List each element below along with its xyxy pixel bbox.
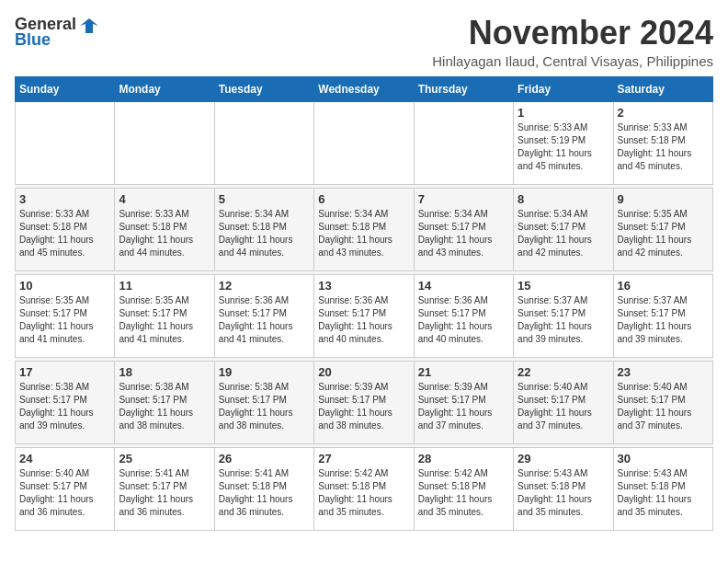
day-number: 13: [318, 279, 409, 293]
day-number: 24: [19, 452, 110, 465]
day-info: Sunrise: 5:40 AM Sunset: 5:17 PM Dayligh…: [618, 381, 709, 432]
calendar-cell: 7Sunrise: 5:34 AM Sunset: 5:17 PM Daylig…: [414, 188, 513, 270]
day-number: 7: [418, 192, 509, 206]
day-info: Sunrise: 5:36 AM Sunset: 5:17 PM Dayligh…: [418, 294, 509, 346]
calendar-cell: 10Sunrise: 5:35 AM Sunset: 5:17 PM Dayli…: [16, 274, 115, 357]
calendar-cell: 24Sunrise: 5:40 AM Sunset: 5:17 PM Dayli…: [16, 447, 115, 530]
day-number: 2: [618, 106, 709, 120]
day-info: Sunrise: 5:34 AM Sunset: 5:18 PM Dayligh…: [318, 208, 409, 259]
calendar-cell: [314, 101, 414, 184]
day-info: Sunrise: 5:43 AM Sunset: 5:18 PM Dayligh…: [518, 467, 609, 519]
month-title: November 2024: [432, 15, 713, 52]
calendar-cell: [16, 101, 115, 184]
day-info: Sunrise: 5:33 AM Sunset: 5:18 PM Dayligh…: [119, 208, 210, 259]
day-info: Sunrise: 5:38 AM Sunset: 5:17 PM Dayligh…: [19, 381, 110, 432]
calendar-cell: 6Sunrise: 5:34 AM Sunset: 5:18 PM Daylig…: [314, 188, 414, 270]
calendar-cell: [115, 101, 214, 184]
page-header: General Blue November 2024 Hinlayagan Il…: [15, 15, 713, 69]
calendar-cell: 8Sunrise: 5:34 AM Sunset: 5:17 PM Daylig…: [514, 188, 613, 270]
day-number: 21: [418, 365, 509, 379]
weekday-header-row: SundayMondayTuesdayWednesdayThursdayFrid…: [16, 76, 713, 101]
calendar-cell: 21Sunrise: 5:39 AM Sunset: 5:17 PM Dayli…: [414, 361, 513, 443]
calendar-cell: 12Sunrise: 5:36 AM Sunset: 5:17 PM Dayli…: [214, 274, 313, 357]
calendar-cell: 18Sunrise: 5:38 AM Sunset: 5:17 PM Dayli…: [115, 361, 214, 443]
day-info: Sunrise: 5:34 AM Sunset: 5:17 PM Dayligh…: [518, 208, 609, 259]
day-number: 14: [418, 279, 509, 293]
day-info: Sunrise: 5:38 AM Sunset: 5:17 PM Dayligh…: [119, 381, 210, 432]
day-number: 22: [518, 365, 609, 379]
day-number: 30: [618, 452, 709, 465]
day-number: 15: [518, 279, 609, 293]
day-info: Sunrise: 5:35 AM Sunset: 5:17 PM Dayligh…: [19, 294, 110, 346]
logo-blue-text: Blue: [15, 30, 98, 50]
day-info: Sunrise: 5:33 AM Sunset: 5:19 PM Dayligh…: [518, 121, 609, 173]
weekday-header-friday: Friday: [514, 76, 613, 101]
day-info: Sunrise: 5:40 AM Sunset: 5:17 PM Dayligh…: [19, 467, 110, 519]
day-number: 6: [318, 192, 409, 206]
day-info: Sunrise: 5:39 AM Sunset: 5:17 PM Dayligh…: [318, 381, 409, 432]
day-number: 10: [19, 279, 110, 293]
calendar-cell: 26Sunrise: 5:41 AM Sunset: 5:18 PM Dayli…: [214, 447, 313, 530]
day-info: Sunrise: 5:34 AM Sunset: 5:17 PM Dayligh…: [418, 208, 509, 259]
calendar-table: SundayMondayTuesdayWednesdayThursdayFrid…: [15, 76, 713, 531]
day-info: Sunrise: 5:33 AM Sunset: 5:18 PM Dayligh…: [19, 208, 110, 259]
weekday-header-sunday: Sunday: [16, 76, 115, 101]
day-info: Sunrise: 5:36 AM Sunset: 5:17 PM Dayligh…: [318, 294, 409, 346]
calendar-week-3: 10Sunrise: 5:35 AM Sunset: 5:17 PM Dayli…: [16, 274, 713, 357]
day-number: 20: [318, 365, 409, 379]
logo: General Blue: [15, 15, 98, 50]
day-info: Sunrise: 5:40 AM Sunset: 5:17 PM Dayligh…: [518, 381, 609, 432]
calendar-cell: 23Sunrise: 5:40 AM Sunset: 5:17 PM Dayli…: [613, 361, 712, 443]
day-number: 19: [219, 365, 310, 379]
location-title: Hinlayagan Ilaud, Central Visayas, Phili…: [432, 53, 713, 69]
day-number: 23: [618, 365, 709, 379]
calendar-cell: 13Sunrise: 5:36 AM Sunset: 5:17 PM Dayli…: [314, 274, 414, 357]
day-info: Sunrise: 5:39 AM Sunset: 5:17 PM Dayligh…: [418, 381, 509, 432]
calendar-cell: 1Sunrise: 5:33 AM Sunset: 5:19 PM Daylig…: [514, 101, 613, 184]
weekday-header-thursday: Thursday: [414, 76, 513, 101]
calendar-week-5: 24Sunrise: 5:40 AM Sunset: 5:17 PM Dayli…: [16, 447, 713, 530]
day-number: 8: [518, 192, 609, 206]
calendar-cell: 15Sunrise: 5:37 AM Sunset: 5:17 PM Dayli…: [514, 274, 613, 357]
day-number: 11: [119, 279, 210, 293]
calendar-cell: 30Sunrise: 5:43 AM Sunset: 5:18 PM Dayli…: [613, 447, 712, 530]
calendar-cell: 25Sunrise: 5:41 AM Sunset: 5:17 PM Dayli…: [115, 447, 214, 530]
day-number: 26: [219, 452, 310, 465]
calendar-cell: [414, 101, 513, 184]
day-number: 25: [119, 452, 210, 465]
day-number: 1: [518, 106, 609, 120]
day-number: 17: [19, 365, 110, 379]
calendar-cell: 16Sunrise: 5:37 AM Sunset: 5:17 PM Dayli…: [613, 274, 712, 357]
day-number: 28: [418, 452, 509, 465]
calendar-cell: 29Sunrise: 5:43 AM Sunset: 5:18 PM Dayli…: [514, 447, 613, 530]
day-info: Sunrise: 5:33 AM Sunset: 5:18 PM Dayligh…: [618, 121, 709, 173]
day-number: 12: [219, 279, 310, 293]
calendar-cell: 14Sunrise: 5:36 AM Sunset: 5:17 PM Dayli…: [414, 274, 513, 357]
calendar-cell: 5Sunrise: 5:34 AM Sunset: 5:18 PM Daylig…: [214, 188, 313, 270]
calendar-cell: 9Sunrise: 5:35 AM Sunset: 5:17 PM Daylig…: [613, 188, 712, 270]
calendar-cell: 4Sunrise: 5:33 AM Sunset: 5:18 PM Daylig…: [115, 188, 214, 270]
weekday-header-saturday: Saturday: [613, 76, 712, 101]
day-info: Sunrise: 5:41 AM Sunset: 5:17 PM Dayligh…: [119, 467, 210, 519]
calendar-cell: 27Sunrise: 5:42 AM Sunset: 5:18 PM Dayli…: [314, 447, 414, 530]
day-number: 9: [618, 192, 709, 206]
calendar-cell: 17Sunrise: 5:38 AM Sunset: 5:17 PM Dayli…: [16, 361, 115, 443]
day-info: Sunrise: 5:37 AM Sunset: 5:17 PM Dayligh…: [518, 294, 609, 346]
weekday-header-monday: Monday: [115, 76, 214, 101]
title-area: November 2024 Hinlayagan Ilaud, Central …: [432, 15, 713, 69]
day-info: Sunrise: 5:35 AM Sunset: 5:17 PM Dayligh…: [618, 208, 709, 259]
day-number: 18: [119, 365, 210, 379]
calendar-cell: 2Sunrise: 5:33 AM Sunset: 5:18 PM Daylig…: [613, 101, 712, 184]
day-number: 16: [618, 279, 709, 293]
day-info: Sunrise: 5:42 AM Sunset: 5:18 PM Dayligh…: [418, 467, 509, 519]
day-info: Sunrise: 5:35 AM Sunset: 5:17 PM Dayligh…: [119, 294, 210, 346]
calendar-cell: 19Sunrise: 5:38 AM Sunset: 5:17 PM Dayli…: [214, 361, 313, 443]
day-info: Sunrise: 5:34 AM Sunset: 5:18 PM Dayligh…: [219, 208, 310, 259]
calendar-cell: [214, 101, 313, 184]
calendar-cell: 28Sunrise: 5:42 AM Sunset: 5:18 PM Dayli…: [414, 447, 513, 530]
day-number: 5: [219, 192, 310, 206]
calendar-cell: 22Sunrise: 5:40 AM Sunset: 5:17 PM Dayli…: [514, 361, 613, 443]
day-info: Sunrise: 5:38 AM Sunset: 5:17 PM Dayligh…: [219, 381, 310, 432]
day-number: 3: [19, 192, 110, 206]
day-info: Sunrise: 5:37 AM Sunset: 5:17 PM Dayligh…: [618, 294, 709, 346]
